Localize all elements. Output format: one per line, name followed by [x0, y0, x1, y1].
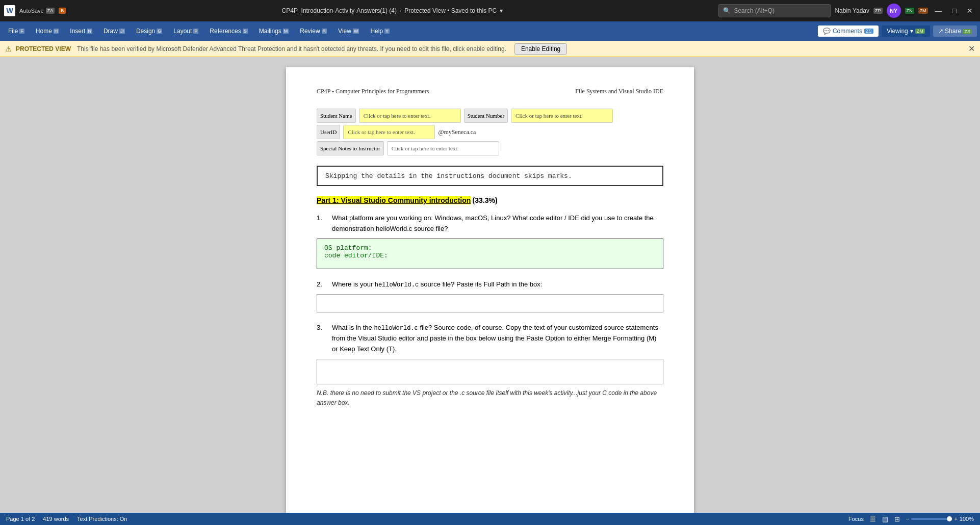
question-1-text: What platform are you working on: Window… — [332, 213, 663, 234]
nb-note: N.B. there is no need to submit the VS p… — [317, 388, 663, 408]
title-bar-right: Nabin Yadav ZP NY ZN ZM — □ ✕ — [835, 4, 976, 18]
document-page: CP4P - Computer Principles for Programme… — [286, 67, 694, 513]
question-2-num: 2. — [317, 279, 327, 290]
protected-view-bar: ⚠ PROTECTED VIEW This file has been veri… — [0, 41, 980, 57]
part1-title: Part 1: Visual Studio Community introduc… — [317, 196, 471, 204]
menu-draw[interactable]: Draw JI — [98, 25, 130, 37]
student-name-input[interactable]: Click or tap here to enter text. — [359, 109, 461, 123]
menu-help-label: Help — [370, 28, 383, 35]
student-name-label: Student Name — [317, 109, 356, 123]
file-name-area: CP4P_Introduction-Activity-Answers(1) (4… — [70, 7, 714, 14]
menu-home[interactable]: Home H — [31, 25, 64, 37]
question-3-text: What is in the helloWorld.c file? Source… — [332, 323, 663, 355]
text-predictions: Text Predictions: On — [77, 516, 127, 522]
search-icon: 🔍 — [723, 7, 731, 14]
zoom-in-icon[interactable]: + — [954, 516, 957, 522]
menu-home-key: H — [54, 29, 59, 34]
answer-1-line2: code editor/IDE: — [324, 252, 656, 259]
menu-mailings-label: Mailings — [259, 28, 281, 35]
special-notes-input[interactable]: Click or tap here to enter text. — [387, 141, 499, 155]
menu-references-key: S — [243, 29, 248, 34]
menu-layout[interactable]: Layout P — [168, 25, 203, 37]
search-placeholder: Search (Alt+Q) — [734, 7, 775, 14]
question-2-text-row: 2. Where is your helloWorld.c source fil… — [317, 279, 663, 290]
menu-help[interactable]: Help Y — [365, 25, 395, 37]
userid-input[interactable]: Click or tap here to enter text. — [343, 125, 435, 139]
search-bar[interactable]: 🔍 Search (Alt+Q) — [718, 4, 831, 17]
question-3: 3. What is in the helloWorld.c file? Sou… — [317, 323, 663, 408]
autosave-label: AutoSave — [19, 8, 44, 14]
userid-row: UserID Click or tap here to enter text. … — [317, 125, 663, 139]
menu-insert[interactable]: Insert N — [65, 25, 97, 37]
menu-references-label: References — [210, 28, 241, 35]
warning-text: Skipping the details in the instructions… — [325, 172, 572, 180]
zoom-level: 100% — [960, 516, 974, 522]
word-count: 419 words — [43, 516, 69, 522]
question-3-answer-box[interactable] — [317, 359, 663, 384]
zoom-out-icon[interactable]: − — [906, 516, 909, 522]
share-label: Share — [945, 28, 961, 35]
doc-header-left: CP4P - Computer Principles for Programme… — [317, 88, 429, 95]
zp-badge: ZP — [873, 8, 883, 14]
zm-badge: ZM — [918, 8, 928, 14]
maximize-button[interactable]: □ — [949, 7, 960, 15]
part1-percent: (33.3%) — [473, 196, 498, 204]
zoom-slider[interactable] — [911, 518, 952, 520]
protected-bar-close-icon[interactable]: ✕ — [968, 44, 975, 54]
user-name: Nabin Yadav — [835, 7, 869, 14]
comments-button[interactable]: 💬 Comments ZC — [818, 25, 879, 37]
menu-file-key: F — [19, 29, 24, 34]
menu-design[interactable]: Design G — [131, 25, 167, 37]
enable-editing-button[interactable]: Enable Editing — [514, 43, 567, 55]
question-3-num: 3. — [317, 323, 327, 355]
viewing-label: Viewing — [887, 28, 908, 35]
share-button[interactable]: ↗ Share ZS — [933, 25, 977, 37]
menu-help-key: Y — [384, 29, 390, 34]
zoom-area: − + 100% — [906, 516, 974, 522]
menu-view[interactable]: View W — [333, 25, 364, 37]
layout-icon-2[interactable]: ▤ — [882, 515, 888, 523]
viewing-button[interactable]: Viewing ▾ ZM — [882, 25, 930, 37]
menu-view-label: View — [338, 28, 351, 35]
viewing-dropdown: ▾ — [910, 28, 913, 35]
layout-icon-1[interactable]: ☰ — [870, 515, 876, 523]
title-bar: W AutoSave ZA B CP4P_Introduction-Activi… — [0, 0, 980, 21]
layout-icon-3[interactable]: ⊞ — [894, 515, 900, 523]
menu-review[interactable]: Review R — [295, 25, 332, 37]
autosave-area: AutoSave ZA — [19, 8, 55, 14]
question-2-answer-box[interactable] — [317, 294, 663, 312]
menu-draw-label: Draw — [104, 28, 118, 35]
questions-section: 1. What platform are you working on: Win… — [317, 213, 663, 408]
student-info-section: Student Name Click or tap here to enter … — [317, 109, 663, 155]
menu-file[interactable]: File F — [3, 25, 30, 37]
shield-icon: ⚠ — [5, 45, 12, 53]
comments-icon: 💬 — [823, 28, 831, 35]
question-1-answer-box[interactable]: OS platform: code editor/IDE: — [317, 239, 663, 269]
menu-design-key: G — [157, 29, 162, 34]
menu-bar: File F Home H Insert N Draw JI Design G … — [0, 21, 980, 41]
dropdown-icon[interactable]: ▾ — [500, 7, 503, 14]
menu-references[interactable]: References S — [204, 25, 252, 37]
student-name-row: Student Name Click or tap here to enter … — [317, 109, 663, 123]
menu-layout-label: Layout — [173, 28, 192, 35]
question-1-text-row: 1. What platform are you working on: Win… — [317, 213, 663, 234]
menu-mailings[interactable]: Mailings M — [254, 25, 294, 37]
viewing-zm-badge: ZM — [915, 29, 925, 34]
special-notes-label: Special Notes to Instructor — [317, 141, 384, 155]
special-notes-row: Special Notes to Instructor Click or tap… — [317, 141, 663, 155]
word-icon: W — [4, 5, 15, 16]
focus-label[interactable]: Focus — [848, 516, 864, 522]
student-number-label: Student Number — [464, 109, 508, 123]
page-info: Page 1 of 2 — [6, 516, 35, 522]
student-number-input[interactable]: Click or tap here to enter text. — [511, 109, 613, 123]
status-bar: Page 1 of 2 419 words Text Predictions: … — [0, 513, 980, 525]
user-avatar[interactable]: NY — [887, 4, 901, 18]
menu-insert-label: Insert — [70, 28, 85, 35]
file-status: Protected View • Saved to this PC — [404, 7, 497, 14]
close-button[interactable]: ✕ — [964, 7, 976, 15]
question-2-text: Where is your helloWorld.c source file? … — [332, 279, 542, 290]
minimize-button[interactable]: — — [932, 7, 945, 15]
zoom-slider-thumb — [947, 516, 952, 521]
menu-file-label: File — [8, 28, 18, 35]
menu-design-label: Design — [136, 28, 155, 35]
